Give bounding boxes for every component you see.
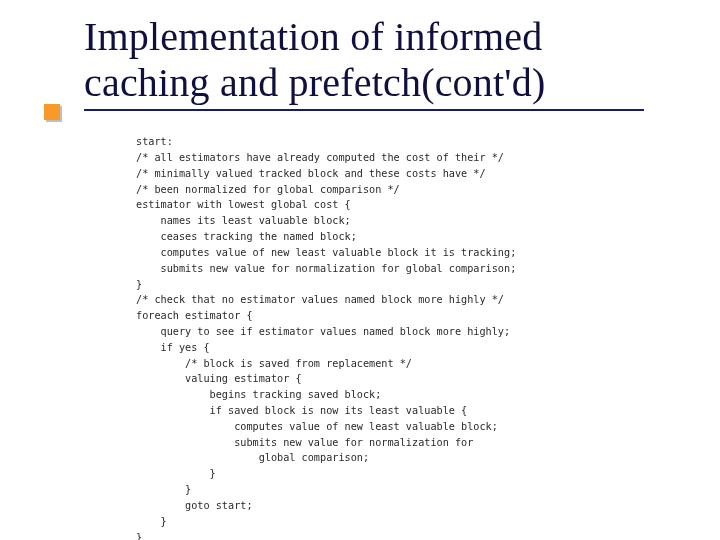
bullet-accent-icon [44,104,60,120]
title-line-1: Implementation of informed [84,14,542,59]
slide-title: Implementation of informed caching and p… [84,14,644,111]
title-line-2: caching and prefetch(cont'd) [84,60,644,110]
code-block: start: /* all estimators have already co… [136,134,676,540]
slide: Implementation of informed caching and p… [0,0,720,540]
